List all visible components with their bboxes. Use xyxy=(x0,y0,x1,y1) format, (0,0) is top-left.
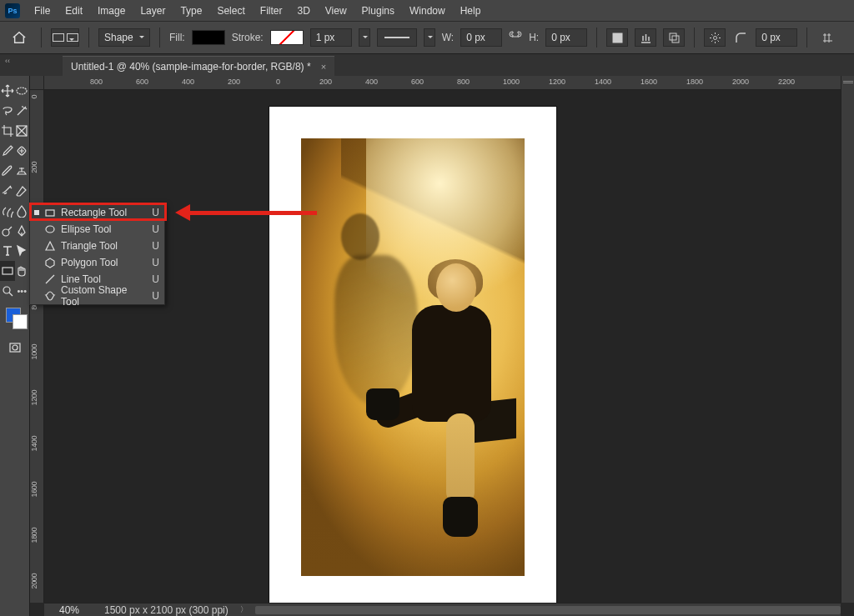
options-bar: Shape Fill: Stroke: 1 px W: 0 px H: 0 px… xyxy=(0,22,854,54)
edit-toolbar-button[interactable]: ••• xyxy=(15,281,30,301)
menu-window[interactable]: Window xyxy=(402,2,453,20)
crop-tool[interactable] xyxy=(0,121,15,141)
flyout-item-label: Custom Shape Tool xyxy=(61,284,147,308)
height-label: H: xyxy=(529,32,539,43)
blur-tool[interactable] xyxy=(15,201,30,221)
flyout-item-poly[interactable]: Polygon ToolU xyxy=(30,254,164,271)
flyout-item-label: Triangle Tool xyxy=(61,240,147,252)
menu-filter[interactable]: Filter xyxy=(253,2,290,20)
menu-type[interactable]: Type xyxy=(173,2,209,20)
ruler-origin[interactable] xyxy=(30,76,44,90)
height-input[interactable]: 0 px xyxy=(545,28,587,47)
right-panel-collapsed[interactable] xyxy=(841,76,854,603)
frame-tool[interactable] xyxy=(15,121,30,141)
path-arrangement-button[interactable] xyxy=(663,28,685,47)
flyout-item-shortcut: U xyxy=(152,257,159,268)
path-operations-button[interactable] xyxy=(606,28,628,47)
flyout-item-rect[interactable]: Rectangle ToolU xyxy=(30,204,164,221)
workspace: ••• 800600400200020040060080010001200140… xyxy=(0,76,854,616)
zoom-tool[interactable] xyxy=(0,281,15,301)
shape-mode-dropdown[interactable]: Shape xyxy=(98,28,150,47)
rectangle-tool[interactable] xyxy=(0,261,15,281)
quick-mask-button[interactable] xyxy=(0,338,29,358)
stroke-width-dropdown[interactable] xyxy=(359,28,370,47)
document-tab[interactable]: Untitled-1 @ 40% (sample-image-for-borde… xyxy=(63,56,334,76)
flyout-item-tri[interactable]: Triangle ToolU xyxy=(30,238,164,254)
menu-edit[interactable]: Edit xyxy=(58,2,90,20)
selected-dot-icon xyxy=(34,293,39,298)
gear-options-button[interactable] xyxy=(704,28,726,47)
tool-preset-picker[interactable] xyxy=(51,28,79,47)
document-info[interactable]: 1500 px x 2100 px (300 ppi) xyxy=(94,604,239,616)
hand-tool[interactable] xyxy=(15,261,30,281)
flyout-item-custom[interactable]: Custom Shape ToolU xyxy=(30,288,164,304)
gradient-tool[interactable] xyxy=(0,201,15,221)
dodge-tool[interactable] xyxy=(0,221,15,241)
flyout-item-shortcut: U xyxy=(152,240,159,252)
eraser-tool[interactable] xyxy=(15,181,30,201)
stroke-style-dropdown[interactable] xyxy=(377,28,417,47)
horizontal-scrollbar[interactable] xyxy=(255,605,841,615)
line-icon xyxy=(44,273,56,285)
zoom-level-input[interactable]: 40% xyxy=(44,604,94,616)
corner-radius-input[interactable]: 0 px xyxy=(756,28,797,47)
menu-help[interactable]: Help xyxy=(453,2,489,20)
flyout-item-shortcut: U xyxy=(152,273,159,285)
flyout-item-ellipse[interactable]: Ellipse ToolU xyxy=(30,221,164,238)
status-bar: 40% 1500 px x 2100 px (300 ppi) 〉 xyxy=(44,603,841,616)
lasso-tool[interactable] xyxy=(0,101,15,121)
stroke-width-input[interactable]: 1 px xyxy=(310,28,352,47)
flyout-item-shortcut: U xyxy=(152,290,159,302)
svg-rect-1 xyxy=(670,33,676,40)
canvas-stage[interactable] xyxy=(44,90,841,603)
flyout-item-shortcut: U xyxy=(152,207,159,218)
panel-collapse-icon[interactable]: ‹‹ xyxy=(5,57,10,65)
history-brush-tool[interactable] xyxy=(0,181,15,201)
vertical-ruler[interactable]: 0200400600800100012001400160018002000 xyxy=(30,90,44,603)
marquee-tool[interactable] xyxy=(15,81,30,101)
flyout-item-label: Line Tool xyxy=(61,273,147,285)
path-selection-tool[interactable] xyxy=(15,241,30,261)
stroke-color-swatch[interactable] xyxy=(270,30,304,45)
magic-wand-tool[interactable] xyxy=(15,101,30,121)
path-alignment-button[interactable] xyxy=(635,28,656,47)
menu-image[interactable]: Image xyxy=(90,2,133,20)
flyout-item-label: Ellipse Tool xyxy=(61,223,147,235)
brush-tool[interactable] xyxy=(0,161,15,181)
fill-label: Fill: xyxy=(169,32,185,43)
type-tool[interactable] xyxy=(0,241,15,261)
pen-tool[interactable] xyxy=(15,221,30,241)
eyedropper-tool[interactable] xyxy=(0,141,15,161)
stroke-style-caret[interactable] xyxy=(424,28,435,47)
width-input[interactable]: 0 px xyxy=(460,28,502,47)
svg-rect-8 xyxy=(3,268,13,274)
svg-point-4 xyxy=(17,88,27,94)
menu-layer[interactable]: Layer xyxy=(133,2,173,20)
close-tab-icon[interactable]: × xyxy=(321,62,326,72)
menu-plugins[interactable]: Plugins xyxy=(354,2,402,20)
clone-stamp-tool[interactable] xyxy=(15,161,30,181)
fill-color-swatch[interactable] xyxy=(192,30,225,45)
rounded-corners-icon[interactable] xyxy=(732,28,749,47)
menu-select[interactable]: Select xyxy=(209,2,252,20)
move-tool[interactable] xyxy=(0,81,15,101)
width-label: W: xyxy=(442,32,454,43)
menu-3d[interactable]: 3D xyxy=(289,2,317,20)
link-wh-icon[interactable] xyxy=(509,31,522,45)
healing-brush-tool[interactable] xyxy=(15,141,30,161)
horizontal-ruler[interactable]: 8006004002000200400600800100012001400160… xyxy=(44,76,841,90)
menu-file[interactable]: File xyxy=(27,2,58,20)
document-canvas[interactable] xyxy=(269,107,556,603)
canvas-area: 8006004002000200400600800100012001400160… xyxy=(29,76,854,616)
stroke-label: Stroke: xyxy=(232,32,264,43)
home-button[interactable] xyxy=(7,27,32,48)
svg-point-7 xyxy=(3,229,9,236)
menu-view[interactable]: View xyxy=(318,2,354,20)
background-color[interactable] xyxy=(13,314,28,329)
doc-info-caret-icon[interactable]: 〉 xyxy=(239,604,250,616)
selected-dot-icon xyxy=(34,243,39,248)
align-edges-button[interactable] xyxy=(816,28,838,47)
color-swatches[interactable] xyxy=(8,309,23,334)
flyout-item-shortcut: U xyxy=(152,223,159,235)
panel-grip-icon[interactable] xyxy=(843,81,853,83)
